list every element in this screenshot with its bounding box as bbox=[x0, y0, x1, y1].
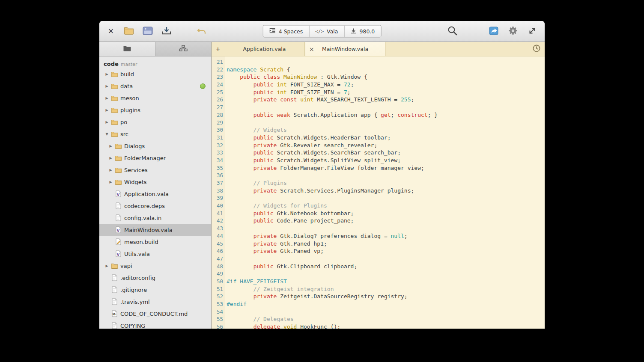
tree-item-codecore-deps[interactable]: codecore.deps bbox=[99, 200, 211, 212]
code-line[interactable]: 21 bbox=[212, 58, 545, 66]
code-line[interactable]: 40 // Widgets for Plugins bbox=[212, 202, 545, 210]
collapsed-arrow-icon[interactable]: ▶ bbox=[107, 180, 114, 184]
code-line[interactable]: 50#if HAVE_ZEITGEIST bbox=[212, 278, 545, 285]
code-line[interactable]: 24 public int FONT_SIZE_MAX = 72; bbox=[212, 81, 545, 89]
code-line[interactable]: 52 private Zeitgeist.DataSourceRegistry … bbox=[212, 293, 545, 300]
code-line[interactable]: 56 delegate void HookFunc (); bbox=[212, 323, 545, 329]
history-button[interactable] bbox=[528, 42, 545, 56]
code-line[interactable]: 51 // Zeitgeist integration bbox=[212, 285, 545, 293]
code-line[interactable]: 54 bbox=[212, 308, 545, 316]
code-line[interactable]: 43 bbox=[212, 225, 545, 232]
code-line[interactable]: 23 public class MainWindow : Gtk.Window … bbox=[212, 73, 545, 81]
close-window-button[interactable]: × bbox=[105, 25, 116, 38]
tree-item-copying[interactable]: COPYING bbox=[99, 320, 211, 329]
file-icon bbox=[114, 202, 122, 209]
code-line[interactable]: 25 public int FONT_SIZE_MIN = 7; bbox=[212, 89, 545, 96]
tree-item-editorconfig[interactable]: .editorconfig bbox=[99, 272, 211, 284]
tree-item-meson-build[interactable]: meson.build bbox=[99, 236, 211, 248]
code-line[interactable]: 53#endif bbox=[212, 300, 545, 308]
code-line[interactable]: 30 // Widgets bbox=[212, 126, 545, 134]
collapsed-arrow-icon[interactable]: ▶ bbox=[104, 264, 110, 268]
tree-item-po[interactable]: ▶po bbox=[99, 116, 211, 128]
line-number: 23 bbox=[212, 73, 225, 81]
collapsed-arrow-icon[interactable]: ▶ bbox=[107, 144, 114, 148]
code-line-content: public Scratch.Widgets.SearchBar search_… bbox=[225, 149, 401, 157]
sidebar-tab-outline[interactable] bbox=[155, 42, 211, 56]
goto-line-button[interactable]: 980.0 bbox=[344, 26, 381, 37]
tree-item-label: config.vala.in bbox=[124, 215, 161, 221]
code-line[interactable]: 32 private Gtk.Revealer search_revealer; bbox=[212, 142, 545, 149]
tree-item-label: Widgets bbox=[124, 179, 147, 185]
save-as-button[interactable] bbox=[160, 25, 173, 38]
tree-item-build[interactable]: ▶build bbox=[99, 68, 211, 80]
open-folder-button[interactable] bbox=[122, 25, 135, 38]
tree-item-application-vala[interactable]: VApplication.vala bbox=[99, 188, 211, 200]
code-line[interactable]: 41 public Gtk.Notebook bottombar; bbox=[212, 210, 545, 217]
code-line[interactable]: 36 bbox=[212, 172, 545, 179]
code-line[interactable]: 33 public Scratch.Widgets.SearchBar sear… bbox=[212, 149, 545, 157]
tree-item-plugins[interactable]: ▶plugins bbox=[99, 104, 211, 116]
revert-button[interactable] bbox=[195, 25, 208, 38]
share-button[interactable] bbox=[487, 25, 500, 38]
code-line[interactable]: 27 bbox=[212, 104, 545, 111]
code-line[interactable]: 29 bbox=[212, 119, 545, 127]
collapsed-arrow-icon[interactable]: ▶ bbox=[104, 120, 110, 124]
code-line[interactable]: 22namespace Scratch { bbox=[212, 66, 545, 74]
search-button[interactable] bbox=[446, 25, 459, 38]
tree-item-src[interactable]: ▼src bbox=[99, 128, 211, 140]
new-tab-button[interactable]: + bbox=[212, 42, 224, 56]
toolbar-center-group: 4 Spaces </> Vala 980.0 bbox=[263, 25, 382, 38]
code-line[interactable]: 48 public Gtk.Clipboard clipboard; bbox=[212, 263, 545, 270]
collapsed-arrow-icon[interactable]: ▶ bbox=[104, 96, 110, 100]
templates-button[interactable] bbox=[141, 25, 154, 38]
code-line[interactable]: 38 private Scratch.Services.PluginsManag… bbox=[212, 187, 545, 195]
code-line[interactable]: 44 private Gtk.Dialog? preferences_dialo… bbox=[212, 232, 545, 240]
collapsed-arrow-icon[interactable]: ▶ bbox=[104, 72, 110, 76]
code-line-content bbox=[225, 255, 227, 263]
language-button[interactable]: </> Vala bbox=[309, 26, 344, 37]
fullscreen-button[interactable] bbox=[526, 25, 539, 38]
tree-item-services[interactable]: ▶Services bbox=[99, 164, 211, 176]
code-line[interactable]: 28 public weak Scratch.Application app {… bbox=[212, 111, 545, 119]
tree-item-widgets[interactable]: ▶Widgets bbox=[99, 176, 211, 188]
sidebar-tab-files[interactable] bbox=[99, 42, 155, 56]
tree-item-meson[interactable]: ▶meson bbox=[99, 92, 211, 104]
tree-item-config-vala-in[interactable]: config.vala.in bbox=[99, 212, 211, 224]
open-folder-icon bbox=[124, 27, 134, 36]
tree-item-dialogs[interactable]: ▶Dialogs bbox=[99, 140, 211, 152]
tab-close-icon[interactable]: × bbox=[309, 46, 314, 52]
indent-width-button[interactable]: 4 Spaces bbox=[263, 26, 310, 37]
project-header[interactable]: codemaster bbox=[99, 56, 211, 68]
code-line[interactable]: 47 bbox=[212, 255, 545, 263]
code-line[interactable]: 34 public Scratch.Widgets.SplitView spli… bbox=[212, 157, 545, 164]
code-line[interactable]: 46 private Gtk.Paned vp; bbox=[212, 247, 545, 255]
tree-item-vapi[interactable]: ▶vapi bbox=[99, 260, 211, 272]
code-line[interactable]: 35 private FolderManager.FileView folder… bbox=[212, 164, 545, 172]
collapsed-arrow-icon[interactable]: ▶ bbox=[107, 168, 114, 172]
tree-item-utils-vala[interactable]: VUtils.vala bbox=[99, 248, 211, 260]
tree-item-mainwindow-vala[interactable]: VMainWindow.vala bbox=[99, 224, 211, 236]
document-tab-mainwindow-vala[interactable]: ×MainWindow.vala bbox=[305, 42, 385, 56]
collapsed-arrow-icon[interactable]: ▶ bbox=[104, 84, 110, 88]
collapsed-arrow-icon[interactable]: ▶ bbox=[104, 108, 110, 112]
code-line[interactable]: 55 // Delegates bbox=[212, 315, 545, 323]
code-line[interactable]: 49 bbox=[212, 270, 545, 278]
code-line[interactable]: 45 private Gtk.Paned hp1; bbox=[212, 240, 545, 248]
code-line[interactable]: 26 private const uint MAX_SEARCH_TEXT_LE… bbox=[212, 96, 545, 104]
collapsed-arrow-icon[interactable]: ▶ bbox=[107, 156, 114, 160]
code-view[interactable]: 2122namespace Scratch {23 public class M… bbox=[212, 56, 545, 329]
code-line[interactable]: 42 public Code.Pane project_pane; bbox=[212, 217, 545, 225]
code-line[interactable]: 31 public Scratch.Widgets.HeaderBar tool… bbox=[212, 134, 545, 142]
tree-item-data[interactable]: ▶data bbox=[99, 80, 211, 92]
tree-item-gitignore[interactable]: .gitignore bbox=[99, 284, 211, 296]
tree-item-foldermanager[interactable]: ▶FolderManager bbox=[99, 152, 211, 164]
tree-item-travis-yml[interactable]: .travis.yml bbox=[99, 296, 211, 308]
code-line[interactable]: 39 bbox=[212, 194, 545, 202]
outline-tab-icon bbox=[179, 45, 188, 53]
settings-button[interactable] bbox=[507, 25, 519, 38]
document-tab-application-vala[interactable]: Application.vala bbox=[224, 42, 305, 56]
code-line[interactable]: 37 // Plugins bbox=[212, 179, 545, 187]
sidebar: codemaster ▶build▶data▶meson▶plugins▶po▼… bbox=[99, 42, 212, 329]
expanded-arrow-icon[interactable]: ▼ bbox=[104, 132, 110, 136]
tree-item-code-of-conduct-md[interactable]: MCODE_OF_CONDUCT.md bbox=[99, 308, 211, 320]
